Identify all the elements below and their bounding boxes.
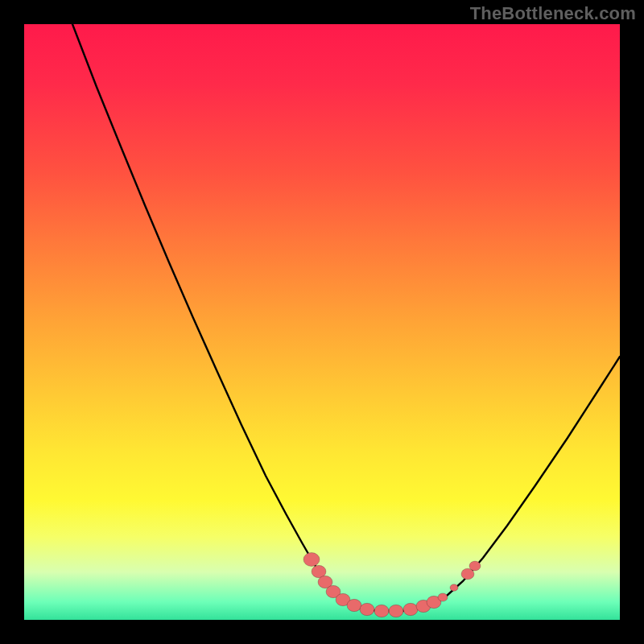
- data-marker: [469, 561, 481, 571]
- marker-layer: [303, 553, 481, 617]
- chart-svg: [24, 24, 620, 620]
- data-marker: [303, 553, 320, 567]
- chart-frame: TheBottleneck.com: [0, 0, 644, 644]
- data-marker: [374, 605, 389, 617]
- bottleneck-curve: [72, 24, 620, 611]
- data-marker: [438, 593, 448, 601]
- watermark-text: TheBottleneck.com: [470, 3, 636, 24]
- data-marker: [403, 603, 418, 615]
- data-marker: [347, 599, 361, 611]
- data-marker: [450, 584, 458, 592]
- data-marker: [389, 605, 403, 617]
- data-marker: [360, 603, 374, 615]
- plot-area: [24, 24, 620, 620]
